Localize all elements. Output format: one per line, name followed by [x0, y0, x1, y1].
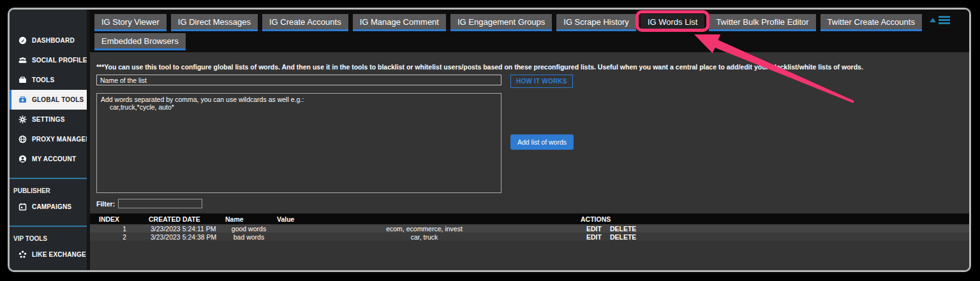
sidebar-item-global-tools[interactable]: GLOBAL TOOLS: [10, 90, 87, 110]
cell-value: car, truck: [277, 233, 572, 241]
sidebar-item-my-account[interactable]: MY ACCOUNT: [10, 149, 87, 169]
sidebar-item-like-exchange[interactable]: LIKE EXCHANGE: [10, 245, 87, 264]
sidebar-item-label: PROXY MANAGER: [32, 136, 91, 143]
cell-name: bad words: [221, 233, 277, 241]
sidebar-item-tools[interactable]: TOOLS: [10, 70, 87, 90]
tab-ig-scrape-history[interactable]: IG Scrape History: [556, 14, 636, 31]
settings-icon: [19, 115, 27, 124]
words-textarea[interactable]: Add words separated by comma, you can us…: [96, 93, 501, 193]
column-header-actions: ACTIONS: [572, 215, 667, 223]
table-header-row: INDEX CREATED DATE Name Value ACTIONS: [90, 213, 969, 224]
add-list-form: Add words separated by comma, you can us…: [96, 75, 969, 193]
tab-ig-create-accounts[interactable]: IG Create Accounts: [262, 14, 348, 31]
tab-twitter-bulk-profile-editor[interactable]: Twitter Bulk Profile Editor: [709, 14, 815, 31]
sidebar-item-settings[interactable]: SETTINGS: [10, 110, 87, 129]
sidebar-item-campaigns[interactable]: CAMPAIGNS: [10, 197, 87, 217]
sidebar-section-publisher: PUBLISHER: [10, 179, 87, 197]
proxy-manager-icon: [19, 135, 27, 143]
social-profiles-icon: [19, 56, 27, 64]
tabstrip-corner-controls: [930, 16, 950, 24]
my-account-icon: [19, 155, 27, 163]
list-name-input[interactable]: [96, 75, 501, 85]
words-textarea-placeholder-line1: Add words separated by comma, you can us…: [101, 96, 497, 103]
sidebar-item-social-profiles[interactable]: SOCIAL PROFILES: [10, 50, 87, 70]
sidebar-item-label: TOOLS: [32, 76, 54, 83]
filter-label: Filter:: [96, 200, 115, 208]
sidebar: DASHBOARDSOCIAL PROFILESTOOLSGLOBAL TOOL…: [10, 10, 87, 270]
campaigns-icon: [19, 203, 27, 211]
cell-name: good words: [221, 225, 277, 233]
tools-icon: [19, 76, 27, 84]
sidebar-item-label: SETTINGS: [32, 116, 65, 123]
how-it-works-button[interactable]: HOW IT WORKS: [510, 75, 573, 88]
sidebar-item-label: DASHBOARD: [32, 37, 75, 44]
cell-actions: EDITDELETE: [572, 233, 667, 241]
cell-created-date: 3/23/2023 5:24:38 PM: [131, 233, 221, 241]
edit-link[interactable]: EDIT: [586, 225, 602, 233]
edit-link[interactable]: EDIT: [586, 233, 602, 241]
sidebar-item-label: CAMPAIGNS: [32, 203, 71, 210]
form-left-column: Add words separated by comma, you can us…: [96, 75, 501, 193]
sidebar-item-dashboard[interactable]: DASHBOARD: [10, 31, 87, 50]
tab-strip-row2: Embedded Browsers: [94, 33, 969, 50]
form-right-column: HOW IT WORKS Add list of words: [510, 75, 574, 193]
tab-ig-manage-comment[interactable]: IG Manage Comment: [353, 14, 446, 31]
column-header-name: Name: [221, 215, 277, 223]
sidebar-item-label: MY ACCOUNT: [32, 155, 76, 162]
sidebar-section-vip-tools: VIP TOOLS: [10, 227, 87, 245]
column-header-created: CREATED DATE: [131, 215, 221, 223]
table-row[interactable]: 23/23/2023 5:24:38 PMbad wordscar, truck…: [90, 233, 969, 241]
filter-input[interactable]: [118, 199, 202, 208]
main-panel: IG Story ViewerIG Direct MessagesIG Crea…: [90, 10, 969, 270]
delete-link[interactable]: DELETE: [610, 233, 636, 241]
global-tools-icon: [19, 96, 27, 104]
words-lists-table: INDEX CREATED DATE Name Value ACTIONS 13…: [90, 213, 969, 241]
active-tab-highlight-box: [635, 10, 710, 32]
tool-description: ***You can use this tool to configure gl…: [96, 63, 963, 71]
tab-twitter-create-accounts[interactable]: Twitter Create Accounts: [820, 14, 922, 31]
sidebar-item-label: SOCIAL PROFILES: [32, 57, 91, 64]
tab-strip-row1: IG Story ViewerIG Direct MessagesIG Crea…: [94, 14, 969, 31]
tab-ig-direct-messages[interactable]: IG Direct Messages: [171, 14, 258, 31]
cell-actions: EDITDELETE: [572, 225, 667, 233]
add-list-of-words-button[interactable]: Add list of words: [510, 134, 574, 150]
table-body: 13/23/2023 5:24:11 PMgood wordsecom, eco…: [90, 224, 969, 241]
column-header-index: INDEX: [90, 215, 131, 223]
cell-index: 2: [90, 233, 131, 241]
tab-ig-story-viewer[interactable]: IG Story Viewer: [94, 14, 167, 31]
menu-icon[interactable]: [939, 16, 950, 24]
collapse-triangle-icon[interactable]: [930, 18, 936, 22]
app-window: DASHBOARDSOCIAL PROFILESTOOLSGLOBAL TOOL…: [8, 8, 971, 272]
words-list-content: ***You can use this tool to configure gl…: [90, 52, 969, 270]
sidebar-item-label: LIKE EXCHANGE: [32, 251, 86, 258]
cell-created-date: 3/23/2023 5:24:11 PM: [131, 225, 221, 233]
cell-value: ecom, ecommerce, invest: [277, 225, 572, 233]
tab-ig-words-list[interactable]: IG Words List: [641, 14, 705, 31]
tab-ig-engagement-groups[interactable]: IG Engagement Groups: [450, 14, 552, 31]
tab-strip: IG Story ViewerIG Direct MessagesIG Crea…: [90, 10, 969, 52]
sidebar-item-label: GLOBAL TOOLS: [32, 96, 84, 103]
like-exchange-icon: [19, 250, 27, 259]
delete-link[interactable]: DELETE: [610, 225, 636, 233]
sidebar-item-proxy-manager[interactable]: PROXY MANAGER: [10, 129, 87, 149]
dashboard-icon: [19, 36, 27, 45]
filter-row: Filter:: [96, 199, 969, 208]
tab-embedded-browsers[interactable]: Embedded Browsers: [94, 33, 186, 50]
words-textarea-placeholder-line2: car,truck,*cycle, auto*: [101, 103, 497, 111]
cell-index: 1: [90, 225, 131, 233]
column-header-value: Value: [277, 215, 572, 223]
table-row[interactable]: 13/23/2023 5:24:11 PMgood wordsecom, eco…: [90, 224, 969, 233]
